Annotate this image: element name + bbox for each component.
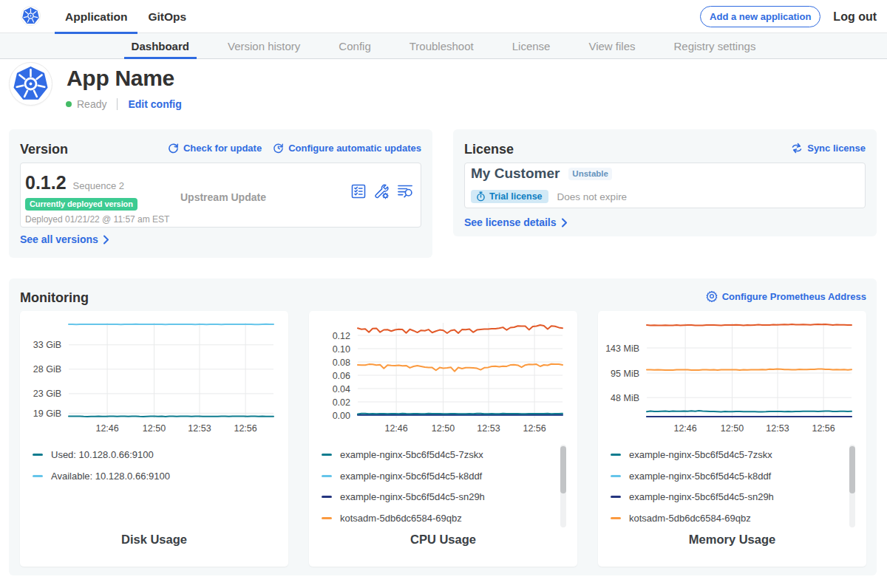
series-line [358,325,563,333]
y-axis-label: 95 MiB [611,369,639,379]
stopwatch-icon [476,191,486,202]
see-all-versions-link[interactable]: See all versions [20,228,421,245]
subnav-item-view-files[interactable]: View files [588,33,635,59]
subnav-item-label: Version history [228,40,300,52]
edit-config-link[interactable]: Edit config [128,98,181,110]
legend-item: example-nginx-5bc6f5d4c5-7zskx [598,444,866,465]
nav-tab-label: GitOps [148,10,186,24]
configure-automatic-updates-link[interactable]: Configure automatic updates [273,143,421,154]
app-status-row: Ready Edit config [66,98,182,110]
subnav-item-label: License [512,40,551,52]
legend-scrollbar-thumb[interactable] [560,446,566,493]
status-ready-dot [66,101,72,107]
legend-item-label: example-nginx-5bc6f5d4c5-7zskx [340,449,483,460]
chart-title: Disk Usage [20,533,288,547]
subnav-item-troubleshoot[interactable]: Troubleshoot [409,33,474,59]
legend-item: example-nginx-5bc6f5d4c5-sn29h [309,486,577,507]
series-line [647,369,852,370]
x-axis-label: 12:50 [721,423,744,434]
y-axis-label: 23 GiB [33,389,61,399]
chart-plot: 33 GiB28 GiB23 GiB19 GiB12:4612:5012:531… [20,311,288,434]
deployed-timestamp: Deployed 01/21/22 @ 11:57 am EST [25,214,180,225]
legend-color-dash [611,475,621,477]
license-card: License Sync license My Customer Unstabl… [453,129,877,236]
top-navbar: Application GitOps Add a new application… [0,0,887,33]
legend-scrollbar-thumb[interactable] [849,446,855,493]
refresh-icon [168,143,179,154]
y-axis-label: 143 MiB [605,343,639,354]
view-files-search-icon[interactable] [397,183,415,199]
app-header: App Name Ready Edit config [0,59,887,129]
app-icon [9,62,52,106]
charts-row: 33 GiB28 GiB23 GiB19 GiB12:4612:5012:531… [20,311,866,567]
chart-plot: 143 MiB95 MiB48 MiB12:4612:5012:5312:56 [598,311,866,434]
upstream-update-label: Upstream Update [180,173,350,227]
chart-card-memory-usage: 143 MiB95 MiB48 MiB12:4612:5012:5312:56 … [598,311,866,567]
subnav-item-license[interactable]: License [512,33,551,59]
sync-arrows-icon [791,143,803,154]
legend-item: kotsadm-5db6dc6584-69qbz [309,507,577,529]
legend-color-dash [33,475,43,477]
see-all-versions-label: See all versions [20,233,98,245]
x-axis-label: 12:56 [523,423,546,434]
nav-tab-application[interactable]: Application [55,0,137,33]
subnav-item-registry-settings[interactable]: Registry settings [674,33,756,59]
subnav-item-config[interactable]: Config [339,33,370,59]
add-application-button[interactable]: Add a new application [700,6,820,27]
legend-scrollbar[interactable] [849,445,855,527]
x-axis-label: 12:50 [432,423,455,434]
kubernetes-logo-icon [22,7,39,24]
y-axis-label: 19 GiB [33,408,61,419]
auto-update-clock-icon [273,143,284,154]
app-name-title: App Name [67,67,174,89]
legend-item-label: kotsadm-5db6dc6584-69qbz [340,513,462,524]
chart-legend: example-nginx-5bc6f5d4c5-7zskx example-n… [309,444,577,529]
x-axis-label: 12:50 [143,423,166,434]
x-axis-label: 12:53 [477,423,500,434]
subnav-item-version-history[interactable]: Version history [228,33,300,59]
license-expiry: Does not expire [557,191,628,202]
deployed-badge: Currently deployed version [25,198,137,211]
legend-item: example-nginx-5bc6f5d4c5-k8ddf [309,465,577,487]
nav-tab-gitops[interactable]: GitOps [137,0,197,33]
y-axis-label: 0.00 [333,411,350,421]
logout-link[interactable]: Log out [833,10,877,24]
license-card-title: License [464,143,514,156]
current-version-box: 0.1.2 Sequence 2 Currently deployed vers… [20,163,421,228]
legend-scrollbar[interactable] [560,445,566,527]
subnav-item-label: Dashboard [132,40,189,52]
legend-item: example-nginx-5bc6f5d4c5-sn29h [598,486,866,507]
see-license-details-link[interactable]: See license details [464,208,866,228]
subnav-item-label: Troubleshoot [409,40,474,52]
x-axis-label: 12:56 [234,423,256,434]
app-kubernetes-icon [13,66,48,101]
status-divider [117,98,118,110]
legend-color-dash [611,496,621,498]
preflight-checklist-icon[interactable] [350,183,367,199]
subnav-item-label: View files [588,40,635,52]
x-axis-label: 12:53 [188,423,211,434]
series-line [647,324,852,326]
legend-item-label: Used: 10.128.0.66:9100 [51,449,154,460]
legend-color-dash [611,517,621,519]
configure-prometheus-link[interactable]: Configure Prometheus Address [706,290,866,302]
subnav-item-dashboard[interactable]: Dashboard [132,33,189,59]
legend-color-dash [322,517,332,519]
sync-license-link[interactable]: Sync license [791,143,866,154]
chevron-right-icon [561,218,568,228]
check-for-update-link[interactable]: Check for update [168,143,262,154]
chart-title: CPU Usage [309,533,577,547]
chart-card-disk-usage: 33 GiB28 GiB23 GiB19 GiB12:4612:5012:531… [20,311,288,567]
legend-item: example-nginx-5bc6f5d4c5-7zskx [309,444,577,465]
gear-icon [706,290,718,302]
y-axis-label: 0.08 [333,358,350,368]
y-axis-label: 28 GiB [33,364,61,375]
config-wrench-icon[interactable] [373,183,390,200]
chevron-right-icon [103,235,109,245]
configure-automatic-updates-label: Configure automatic updates [288,143,421,154]
x-axis-label: 12:46 [95,423,118,434]
customer-name: My Customer [471,165,560,182]
legend-color-dash [33,454,43,456]
legend-item-label: Available: 10.128.0.66:9100 [51,471,170,482]
cards-row: Version Check for update Configure autom… [0,129,887,258]
